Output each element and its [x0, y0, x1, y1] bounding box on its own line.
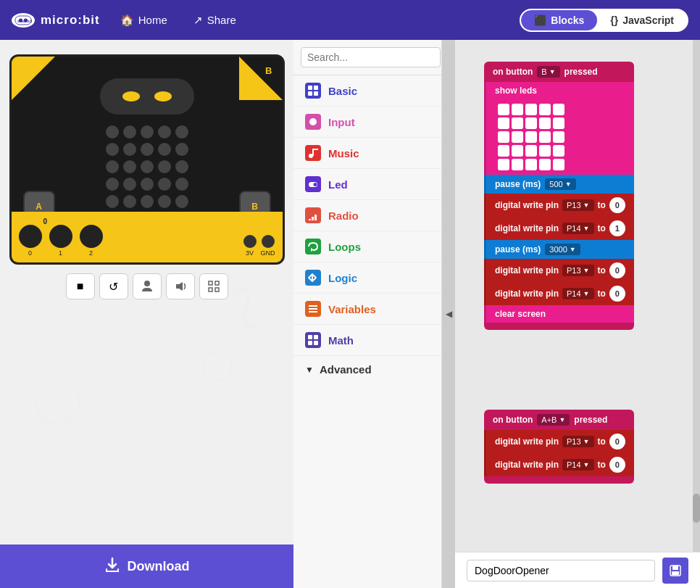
clear-screen-block[interactable]: clear screen: [484, 305, 634, 323]
event-suffix-b: pressed: [564, 67, 598, 77]
dw3-val-box[interactable]: 0: [609, 262, 625, 278]
dw4-pin-dropdown[interactable]: P14 ▼: [562, 288, 594, 299]
pause2-dropdown[interactable]: 3000 ▼: [545, 244, 580, 255]
music-icon: [305, 145, 321, 161]
event-button-dropdown-ab[interactable]: A+B ▼: [537, 414, 570, 426]
dw1-pin-dropdown[interactable]: P13 ▼: [562, 199, 594, 211]
panel-toggle[interactable]: ◀: [442, 40, 455, 588]
search-input[interactable]: [301, 47, 441, 67]
dw3-pin-dropdown[interactable]: P13 ▼: [562, 265, 594, 276]
pin-2-circle[interactable]: [80, 225, 103, 248]
share-nav-button[interactable]: ↗ Share: [188, 11, 242, 30]
dw-ab-p14[interactable]: digital write pin P14 ▼ to 0: [484, 453, 634, 476]
scroll-thumb[interactable]: [693, 494, 700, 523]
led-dot: [175, 178, 188, 191]
blocks-mode-button[interactable]: ⬛ Blocks: [521, 10, 597, 30]
dw4-to: to: [598, 289, 606, 299]
event-label-ab: on button: [493, 415, 533, 425]
pin-1-circle[interactable]: [49, 225, 72, 248]
category-radio[interactable]: Radio: [293, 200, 441, 231]
logic-label: Logic: [328, 272, 357, 284]
dw-block-p14-1[interactable]: digital write pin P14 ▼ to 1: [484, 217, 634, 240]
javascript-mode-button[interactable]: {} JavaScript: [597, 10, 687, 30]
stop-button[interactable]: ■: [66, 273, 95, 299]
restart-button[interactable]: ↺: [99, 273, 128, 299]
category-music[interactable]: Music: [293, 138, 441, 169]
dw1-pin-arrow: ▼: [583, 202, 590, 209]
dw4-pin-arrow: ▼: [583, 290, 590, 297]
dw-ab2-arrow: ▼: [583, 461, 590, 468]
led-dot: [106, 143, 119, 156]
project-name-input[interactable]: [467, 560, 655, 581]
save-button[interactable]: [662, 558, 688, 584]
pause1-label: pause (ms): [495, 179, 541, 189]
pin-2-label: 2: [89, 249, 93, 257]
led-dot: [106, 160, 119, 173]
fullscreen-button[interactable]: [199, 273, 228, 299]
dw2-val-box[interactable]: 1: [609, 220, 625, 236]
led-dot: [158, 160, 171, 173]
category-math[interactable]: Math: [293, 325, 441, 356]
dw4-val-box[interactable]: 0: [609, 286, 625, 302]
led-cell: [553, 117, 564, 129]
dw-block-p13-0b[interactable]: digital write pin P13 ▼ to 0: [484, 259, 634, 282]
dw-ab2-val-box[interactable]: 0: [609, 457, 625, 473]
svg-rect-13: [215, 288, 219, 291]
radio-label: Radio: [328, 210, 359, 222]
dw-ab2-val: 0: [615, 460, 620, 469]
led-label: Led: [328, 178, 348, 191]
advanced-toggle[interactable]: ▼ Advanced: [293, 356, 441, 383]
pause-block-3000[interactable]: pause (ms) 3000 ▼: [484, 240, 634, 259]
show-leds-block[interactable]: show leds: [484, 82, 634, 99]
category-input[interactable]: Input: [293, 107, 441, 138]
svg-rect-36: [314, 341, 318, 345]
basic-label: Basic: [328, 85, 357, 97]
event-button-dropdown-b[interactable]: B ▼: [537, 66, 559, 78]
home-nav-button[interactable]: 🏠 Home: [114, 11, 173, 30]
category-basic[interactable]: Basic: [293, 75, 441, 107]
avatar-button[interactable]: [133, 273, 162, 299]
dw-ab1-val-box[interactable]: 0: [609, 434, 625, 450]
download-icon: [104, 557, 120, 576]
led-dot: [123, 160, 136, 173]
event-block-b[interactable]: on button B ▼ pressed: [484, 62, 634, 82]
dw1-val-box[interactable]: 0: [609, 197, 625, 213]
pin-0-circle[interactable]: [19, 225, 42, 248]
show-leds-label: show leds: [495, 86, 537, 96]
logo-icon: micro:bit: [12, 13, 35, 28]
sim-toolbar: ■ ↺: [66, 273, 228, 299]
event-block-ab[interactable]: on button A+B ▼ pressed: [484, 410, 634, 430]
category-loops[interactable]: Loops: [293, 231, 441, 262]
svg-rect-26: [309, 219, 311, 220]
block-bottom-cap-1: [484, 323, 634, 330]
dw-block-p13-0[interactable]: digital write pin P13 ▼ to 0: [484, 194, 634, 217]
pause2-val: 3000: [549, 245, 567, 254]
chevron-down-icon: ▼: [305, 365, 314, 375]
basic-icon: [305, 83, 321, 99]
dw2-pin-dropdown[interactable]: P14 ▼: [562, 223, 594, 234]
event-button-ab-val: A+B: [541, 415, 557, 424]
dw-ab2-pin-dropdown[interactable]: P14 ▼: [562, 459, 594, 471]
blocks-canvas[interactable]: on button B ▼ pressed show leds: [455, 40, 700, 588]
led-cell: [498, 145, 509, 157]
pause-block-500[interactable]: pause (ms) 500 ▼: [484, 175, 634, 194]
pause1-dropdown[interactable]: 500 ▼: [545, 178, 575, 190]
sound-button[interactable]: [166, 273, 195, 299]
block-group-1: on button B ▼ pressed show leds: [484, 62, 634, 330]
scroll-strip[interactable]: [693, 40, 700, 552]
led-dot: [141, 160, 154, 173]
download-bar[interactable]: Download: [0, 544, 293, 588]
led-dot: [141, 178, 154, 191]
svg-rect-38: [672, 566, 678, 570]
pin-gnd-label: GND: [261, 249, 275, 257]
dw-ab1-pin-dropdown[interactable]: P13 ▼: [562, 436, 594, 447]
music-label: Music: [328, 147, 359, 160]
category-variables[interactable]: Variables: [293, 294, 441, 325]
category-led[interactable]: Led: [293, 169, 441, 200]
svg-rect-27: [312, 217, 314, 220]
category-logic[interactable]: Logic: [293, 262, 441, 294]
dropdown-arrow-ab: ▼: [559, 416, 565, 423]
dw-block-p14-0[interactable]: digital write pin P14 ▼ to 0: [484, 282, 634, 305]
led-grid-block[interactable]: [484, 99, 634, 175]
dw-ab-p13[interactable]: digital write pin P13 ▼ to 0: [484, 430, 634, 453]
